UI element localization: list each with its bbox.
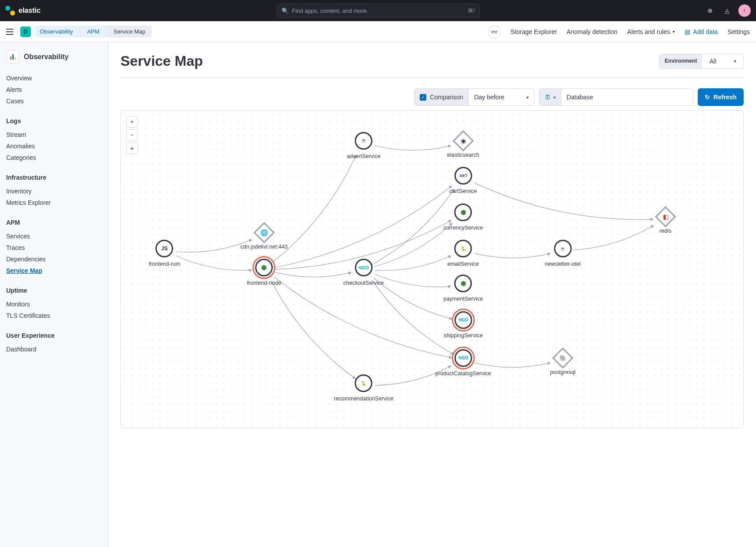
nodejs-icon: ⬢ — [261, 264, 267, 271]
python-icon: 🐍 — [361, 381, 366, 386]
global-search-input[interactable]: 🔍 Find apps, content, and more. ⌘/ — [277, 4, 480, 18]
environment-selector[interactable]: Environment All▾ — [659, 54, 744, 69]
nodejs-icon: ⬢ — [461, 209, 466, 216]
search-placeholder: Find apps, content, and more. — [292, 8, 468, 14]
js-icon: JS — [156, 240, 173, 257]
zoom-in-button[interactable]: ＋ — [126, 116, 138, 128]
sidebar-item-anomalies[interactable]: Anomalies — [6, 140, 102, 152]
checkbox-checked-icon: ✓ — [420, 94, 426, 101]
chevron-down-icon: ▾ — [527, 95, 529, 100]
sidebar-item-service-map[interactable]: Service Map — [6, 265, 102, 276]
page-title: Service Map — [120, 53, 203, 69]
comparison-control: ✓ Comparison Day before ▾ — [414, 88, 534, 106]
java-icon: ☕ — [361, 138, 366, 143]
alerts-rules-menu[interactable]: Alerts and rules▾ — [627, 28, 675, 35]
node-frontend-node[interactable]: ⬢ frontend-node — [247, 259, 281, 286]
newsfeed-icon[interactable]: ⊕ — [705, 5, 715, 16]
sidebar-item-traces[interactable]: Traces — [6, 242, 102, 253]
sidebar-group-infrastructure: Infrastructure — [6, 172, 102, 183]
sidebar-item-services[interactable]: Services — [6, 230, 102, 242]
sidebar: Observability Overview Alerts Cases Logs… — [0, 42, 108, 547]
node-currency[interactable]: ⬢ currencyService — [444, 204, 483, 231]
elasticsearch-icon: ◉ — [452, 130, 474, 151]
indexopen-icon: ▤ — [685, 28, 690, 35]
sidebar-item-stream[interactable]: Stream — [6, 129, 102, 140]
user-avatar[interactable]: r — [738, 4, 751, 17]
help-icon[interactable]: ◬ — [722, 5, 732, 16]
sidebar-item-inventory[interactable]: Inventory — [6, 185, 102, 197]
sidebar-group-apm: APM — [6, 217, 102, 228]
top-header: elastic 🔍 Find apps, content, and more. … — [0, 0, 756, 21]
nav-toggle-button[interactable] — [6, 26, 17, 37]
comparison-range-select[interactable]: Day before ▾ — [468, 89, 534, 106]
environment-label: Environment — [659, 54, 702, 68]
anomaly-detection-link[interactable]: Anomaly detection — [567, 28, 617, 35]
node-checkout[interactable]: ⟲GO checkoutService — [343, 259, 384, 286]
node-postgresql[interactable]: 🐘 postgresql — [550, 351, 575, 375]
content-area: Service Map Environment All▾ ✓ Compariso… — [108, 42, 756, 547]
sidebar-item-metrics-explorer[interactable]: Metrics Explorer — [6, 197, 102, 208]
sidebar-item-overview[interactable]: Overview — [6, 72, 102, 84]
node-redis[interactable]: ◧ redis — [658, 209, 673, 234]
node-newsletter[interactable]: ☕ newsletter-otel — [545, 240, 580, 267]
observability-icon — [6, 50, 19, 64]
storage-explorer-link[interactable]: Storage Explorer — [511, 28, 557, 35]
node-product[interactable]: ⟲GO productCatalogService — [435, 349, 491, 377]
breadcrumb-current: Service Map — [105, 26, 151, 38]
node-recommendation[interactable]: 🐍 recommendationService — [334, 374, 393, 402]
add-data-link[interactable]: ▤Add data — [685, 28, 718, 35]
search-shortcut: ⌘/ — [468, 8, 474, 14]
breadcrumb-observability[interactable]: Observability — [34, 26, 79, 38]
sidebar-item-dependencies[interactable]: Dependencies — [6, 253, 102, 265]
chevron-down-icon: ▾ — [553, 95, 556, 100]
java-icon: ☕ — [560, 246, 565, 251]
go-icon: ⟲GO — [358, 265, 369, 270]
zoom-out-button[interactable]: － — [126, 129, 138, 141]
chevron-down-icon: ▾ — [734, 59, 736, 64]
breadcrumb-apm[interactable]: APM — [79, 26, 105, 38]
node-payment[interactable]: ⬢ paymentService — [444, 275, 483, 302]
dotnet-icon: .NET — [459, 174, 468, 178]
search-icon: 🔍 — [282, 8, 289, 14]
query-input[interactable]: Database — [561, 89, 693, 106]
query-group: 🗓 ▾ Database — [539, 88, 693, 106]
comparison-toggle[interactable]: ✓ Comparison — [414, 89, 468, 106]
node-frontend-rum[interactable]: JS frontend-rum — [149, 240, 181, 267]
breadcrumb: Observability APM Service Map — [34, 26, 152, 38]
brand[interactable]: elastic — [5, 6, 41, 15]
node-shipping[interactable]: ⟲GO shippingService — [444, 311, 482, 339]
date-picker-button[interactable]: 🗓 ▾ — [539, 89, 561, 106]
sidebar-item-categories[interactable]: Categories — [6, 152, 102, 163]
go-icon: ⟲GO — [458, 355, 469, 360]
sidebar-item-dashboard[interactable]: Dashboard — [6, 343, 102, 355]
elastic-logo-icon — [5, 6, 15, 15]
node-elasticsearch[interactable]: ◉ elasticsearch — [447, 133, 479, 158]
chevron-down-icon: ▾ — [673, 29, 675, 34]
nodejs-icon: ⬢ — [461, 280, 466, 287]
service-map-panel[interactable]: ＋ － ⌖ JS frontend-rum 🌐 cdn.jsdelivr. — [120, 110, 744, 428]
node-cdn[interactable]: 🌐 cdn.jsdelivr.net:443 — [241, 225, 288, 250]
node-cart[interactable]: .NET cartService — [449, 167, 477, 194]
sidebar-item-tls-certificates[interactable]: TLS Certificates — [6, 310, 102, 321]
node-email[interactable]: 🐍 emailService — [448, 240, 479, 267]
sub-header: D Observability APM Service Map 👓 Storag… — [0, 21, 756, 42]
sidebar-item-cases[interactable]: Cases — [6, 95, 102, 107]
inspect-icon[interactable]: 👓 — [488, 25, 501, 38]
sidebar-item-alerts[interactable]: Alerts — [6, 84, 102, 95]
node-advert[interactable]: ☕ advertService — [347, 132, 380, 159]
globe-icon: 🌐 — [253, 222, 275, 243]
settings-link[interactable]: Settings — [727, 28, 750, 35]
calendar-icon: 🗓 — [545, 94, 551, 101]
fit-button[interactable]: ⌖ — [126, 143, 138, 154]
brand-name: elastic — [19, 7, 41, 15]
space-selector[interactable]: D — [20, 26, 31, 37]
sidebar-group-logs: Logs — [6, 116, 102, 126]
python-icon: 🐍 — [461, 246, 466, 251]
redis-icon: ◧ — [655, 206, 676, 227]
environment-value: All — [709, 58, 716, 65]
graph-edges-svg — [121, 111, 743, 428]
refresh-button[interactable]: ↻ Refresh — [698, 88, 744, 106]
postgresql-icon: 🐘 — [552, 347, 573, 369]
go-icon: ⟲GO — [458, 317, 469, 322]
sidebar-item-monitors[interactable]: Monitors — [6, 298, 102, 310]
